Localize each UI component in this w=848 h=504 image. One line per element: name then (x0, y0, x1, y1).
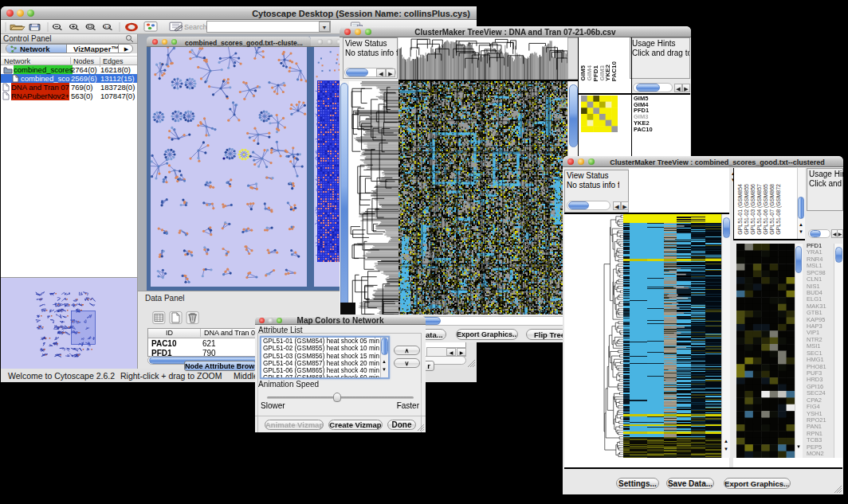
svg-text:1:1: 1:1 (104, 25, 111, 29)
